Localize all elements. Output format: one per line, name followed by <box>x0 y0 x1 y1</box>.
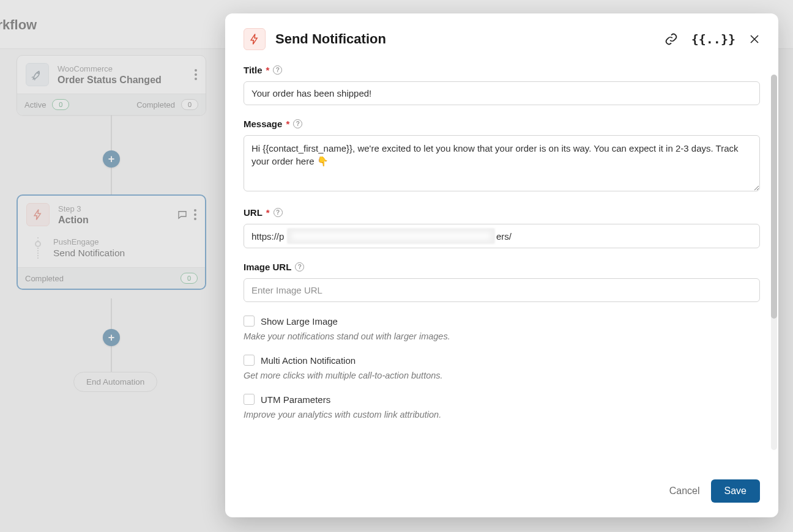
url-input[interactable]: https://p ers/ <box>244 224 760 248</box>
scrollbar-thumb[interactable] <box>771 75 777 319</box>
show-large-image-checkbox[interactable] <box>244 316 255 327</box>
required-asterisk: * <box>266 207 270 218</box>
title-field-label: Title <box>244 65 262 75</box>
url-value-prefix: https://p <box>251 231 284 242</box>
image-url-field-label: Image URL <box>244 262 291 272</box>
help-icon[interactable]: ? <box>295 262 304 272</box>
utm-parameters-desc: Improve your analytics with custom link … <box>244 410 760 419</box>
url-value-suffix: ers/ <box>496 231 512 242</box>
modal-footer: Cancel Save <box>225 467 778 517</box>
modal-header: Send Notification {{..}} <box>225 13 778 55</box>
cancel-button[interactable]: Cancel <box>669 486 700 497</box>
help-icon[interactable]: ? <box>293 119 302 128</box>
required-asterisk: * <box>286 119 289 129</box>
multi-action-desc: Get more clicks with multiple call-to-ac… <box>244 371 760 380</box>
message-field-label: Message <box>244 119 282 129</box>
utm-parameters-checkbox[interactable] <box>244 394 255 405</box>
required-asterisk: * <box>266 65 270 75</box>
utm-parameters-label: UTM Parameters <box>261 394 330 405</box>
multi-action-checkbox[interactable] <box>244 355 255 366</box>
image-url-input[interactable] <box>244 278 760 302</box>
link-icon[interactable] <box>665 32 678 46</box>
help-icon[interactable]: ? <box>273 65 282 75</box>
bolt-icon <box>244 28 266 50</box>
show-large-image-label: Show Large Image <box>261 316 338 327</box>
message-textarea[interactable] <box>244 135 760 191</box>
help-icon[interactable]: ? <box>274 208 283 217</box>
scrollbar-track[interactable] <box>771 75 777 450</box>
title-input[interactable] <box>244 81 760 105</box>
send-notification-modal: Send Notification {{..}} Title * ? Messa… <box>225 13 778 517</box>
modal-body: Title * ? Message * ? URL * ? https://p <box>225 55 778 467</box>
redacted-region <box>287 228 495 244</box>
modal-title: Send Notification <box>275 31 655 47</box>
show-large-image-desc: Make your notifications stand out with l… <box>244 331 760 341</box>
url-field-label: URL <box>244 207 262 218</box>
save-button[interactable]: Save <box>711 479 760 503</box>
close-icon[interactable] <box>749 34 760 45</box>
multi-action-label: Multi Action Notification <box>261 355 356 366</box>
merge-tags-icon[interactable]: {{..}} <box>691 32 735 46</box>
